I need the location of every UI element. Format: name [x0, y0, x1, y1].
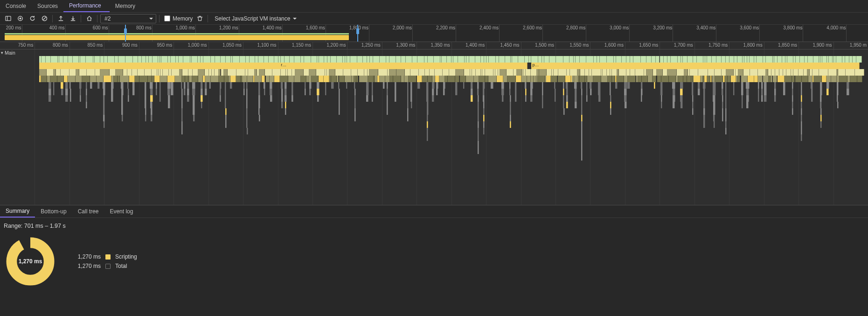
- flame-bar[interactable]: [563, 108, 565, 115]
- flame-bar[interactable]: [792, 76, 795, 82]
- flame-bar[interactable]: [774, 95, 776, 102]
- flame-bar[interactable]: [86, 95, 87, 102]
- flame-bar[interactable]: [581, 121, 583, 128]
- flame-bar[interactable]: [160, 76, 167, 82]
- flame-bar[interactable]: [748, 76, 754, 82]
- flame-bar[interactable]: [575, 95, 577, 102]
- flame-bar[interactable]: [463, 82, 465, 89]
- flame-bar[interactable]: [826, 82, 829, 89]
- flame-bar[interactable]: [671, 56, 678, 63]
- btab-bottom-up[interactable]: Bottom-up: [35, 205, 72, 218]
- flame-bar[interactable]: [828, 69, 836, 76]
- flame-bar[interactable]: [427, 108, 429, 115]
- flame-bar[interactable]: [530, 82, 533, 89]
- flame-bar[interactable]: [641, 82, 643, 89]
- flame-bar[interactable]: [478, 108, 479, 115]
- flame-bar[interactable]: [801, 102, 802, 108]
- flame-bar[interactable]: [168, 95, 170, 102]
- flame-chart[interactable]: Main r…p…: [0, 49, 868, 205]
- flame-bar[interactable]: [128, 95, 129, 102]
- flame-bar[interactable]: [209, 82, 211, 89]
- flame-bar[interactable]: [627, 82, 630, 89]
- flame-bar[interactable]: [187, 95, 189, 102]
- flame-bar[interactable]: [103, 102, 105, 108]
- flame-bar[interactable]: [264, 89, 266, 95]
- flame-bar[interactable]: [426, 89, 429, 95]
- flame-bar[interactable]: [61, 69, 70, 76]
- flame-bar[interactable]: [734, 56, 737, 63]
- flame-bar[interactable]: [123, 69, 127, 76]
- flame-bar[interactable]: [432, 82, 435, 89]
- flame-bar[interactable]: [555, 89, 556, 95]
- flame-bar[interactable]: [39, 69, 47, 76]
- flame-bar[interactable]: [725, 102, 727, 108]
- flame-bar[interactable]: [483, 102, 485, 108]
- flame-bar[interactable]: [485, 76, 489, 82]
- flame-bar[interactable]: [221, 56, 226, 63]
- flame-bar[interactable]: [783, 69, 786, 76]
- flame-bar[interactable]: [230, 76, 236, 82]
- flame-bar[interactable]: [746, 82, 749, 89]
- flame-bar[interactable]: [132, 89, 135, 95]
- flame-bar[interactable]: [225, 121, 227, 128]
- flame-bar[interactable]: [127, 69, 132, 76]
- flame-bar[interactable]: [108, 56, 115, 63]
- recordings-select[interactable]: #2: [100, 14, 156, 23]
- flame-bar[interactable]: [138, 56, 142, 63]
- flame-bar[interactable]: [485, 69, 493, 76]
- flame-bar[interactable]: [460, 76, 465, 82]
- flame-bar[interactable]: [792, 89, 793, 95]
- flame-bar[interactable]: [292, 89, 293, 95]
- flame-bar[interactable]: [347, 56, 351, 63]
- flame-bar[interactable]: [616, 56, 622, 63]
- flame-bar[interactable]: [474, 76, 479, 82]
- flame-bar[interactable]: [205, 89, 207, 95]
- flame-bar[interactable]: [786, 69, 792, 76]
- flame-bar[interactable]: [558, 69, 567, 76]
- flame-bar[interactable]: [464, 69, 470, 76]
- flame-bar[interactable]: [337, 56, 343, 63]
- flame-bar[interactable]: [797, 56, 800, 63]
- flame-bar[interactable]: [181, 89, 183, 95]
- flame-bar[interactable]: [610, 82, 611, 89]
- flame-bar[interactable]: [703, 82, 706, 89]
- flame-bar[interactable]: [424, 56, 428, 63]
- flame-bar[interactable]: [156, 89, 157, 95]
- flame-bar[interactable]: [64, 76, 68, 82]
- flame-bar[interactable]: [690, 69, 698, 76]
- flame-bar[interactable]: [246, 56, 250, 63]
- flame-bar[interactable]: [612, 76, 615, 82]
- flame-bar[interactable]: [581, 102, 583, 108]
- flame-bar[interactable]: [192, 76, 198, 82]
- flame-bar[interactable]: [387, 89, 388, 95]
- flame-bar[interactable]: [188, 69, 193, 76]
- flame-bar[interactable]: [771, 69, 775, 76]
- flame-bar[interactable]: [805, 56, 808, 63]
- flame-bar[interactable]: [230, 82, 232, 89]
- flame-bar[interactable]: [570, 69, 577, 76]
- flame-bar[interactable]: [103, 89, 105, 95]
- flame-bar[interactable]: [525, 95, 527, 102]
- flame-bar[interactable]: [167, 89, 170, 95]
- flame-bar[interactable]: [189, 76, 193, 82]
- flame-bar[interactable]: [358, 69, 364, 76]
- flame-bar[interactable]: [179, 56, 183, 63]
- flame-bar[interactable]: [205, 69, 209, 76]
- flame-bar[interactable]: [664, 56, 667, 63]
- flame-bar[interactable]: [758, 76, 762, 82]
- flame-bar[interactable]: [713, 115, 715, 121]
- flame-bar[interactable]: [564, 56, 569, 63]
- flame-bar[interactable]: [580, 76, 585, 82]
- flame-bar[interactable]: [722, 82, 723, 89]
- flame-bar[interactable]: [327, 56, 331, 63]
- reload-icon[interactable]: [27, 14, 37, 24]
- flame-bar[interactable]: [853, 56, 856, 63]
- flame-bar[interactable]: [428, 76, 432, 82]
- flame-bar[interactable]: [646, 69, 653, 76]
- flame-bar[interactable]: [181, 95, 183, 102]
- flame-bar[interactable]: [339, 102, 340, 108]
- flame-bar[interactable]: [515, 82, 517, 89]
- flame-bar[interactable]: [703, 115, 705, 121]
- flame-bar[interactable]: [826, 89, 829, 95]
- flame-bar[interactable]: [633, 56, 641, 63]
